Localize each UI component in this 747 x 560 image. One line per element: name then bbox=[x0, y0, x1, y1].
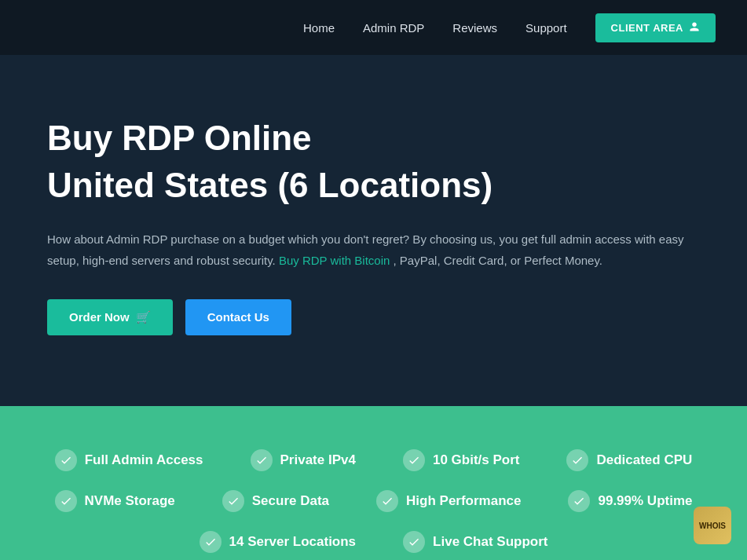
feature-label-server-locations: 14 Server Locations bbox=[229, 534, 357, 550]
contact-us-button[interactable]: Contact Us bbox=[185, 299, 291, 335]
check-icon-9 bbox=[200, 531, 222, 553]
check-icon-4 bbox=[566, 449, 588, 471]
feature-label-high-performance: High Performance bbox=[406, 493, 521, 509]
order-now-button[interactable]: Order Now 🛒 bbox=[47, 299, 173, 335]
feature-label-10gbit: 10 Gbit/s Port bbox=[433, 452, 520, 468]
check-icon-3 bbox=[403, 449, 425, 471]
check-icon-5 bbox=[55, 490, 77, 512]
feature-full-admin-access: Full Admin Access bbox=[55, 449, 203, 471]
features-section: Full Admin Access Private IPv4 10 Gbit/s… bbox=[0, 406, 747, 560]
feature-label-nvme: NVMe Storage bbox=[85, 493, 175, 509]
hero-desc-text2: , PayPal, Credit Card, or Perfect Money. bbox=[394, 254, 603, 267]
feature-label-private-ipv4: Private IPv4 bbox=[280, 452, 356, 468]
client-area-button[interactable]: CLIENT AREA bbox=[595, 13, 716, 42]
hero-title-line2: United States (6 Locations) bbox=[47, 166, 700, 205]
feature-label-secure-data: Secure Data bbox=[252, 493, 329, 509]
hero-section: Buy RDP Online United States (6 Location… bbox=[0, 55, 747, 406]
hero-desc-link[interactable]: Buy RDP with Bitcoin bbox=[279, 254, 390, 267]
whois-label: WHOIS bbox=[699, 522, 726, 530]
nav-link-support[interactable]: Support bbox=[525, 21, 567, 35]
hero-title-line1: Buy RDP Online bbox=[47, 118, 700, 159]
feature-label-live-chat: Live Chat Support bbox=[433, 534, 547, 550]
feature-server-locations: 14 Server Locations bbox=[200, 531, 357, 553]
check-icon-8 bbox=[568, 490, 590, 512]
feature-label-dedicated-cpu: Dedicated CPU bbox=[596, 452, 692, 468]
contact-us-label: Contact Us bbox=[207, 310, 269, 324]
check-icon-2 bbox=[251, 449, 273, 471]
feature-uptime: 99.99% Uptime bbox=[568, 490, 692, 512]
cart-icon: 🛒 bbox=[136, 310, 151, 324]
nav-link-home[interactable]: Home bbox=[303, 21, 335, 35]
user-icon bbox=[689, 21, 700, 35]
check-icon-10 bbox=[403, 531, 425, 553]
check-icon-1 bbox=[55, 449, 77, 471]
feature-dedicated-cpu: Dedicated CPU bbox=[566, 449, 692, 471]
whois-badge[interactable]: WHOIS bbox=[694, 507, 731, 544]
check-icon-7 bbox=[376, 490, 398, 512]
feature-private-ipv4: Private IPv4 bbox=[251, 449, 356, 471]
hero-description: How about Admin RDP purchase on a budget… bbox=[47, 229, 691, 271]
navbar: Home Admin RDP Reviews Support CLIENT AR… bbox=[0, 0, 747, 55]
hero-buttons: Order Now 🛒 Contact Us bbox=[47, 299, 700, 335]
nav-link-reviews[interactable]: Reviews bbox=[452, 21, 497, 35]
feature-label-uptime: 99.99% Uptime bbox=[598, 493, 692, 509]
feature-10gbit-port: 10 Gbit/s Port bbox=[403, 449, 520, 471]
feature-label-full-admin: Full Admin Access bbox=[85, 452, 203, 468]
nav-link-admin-rdp[interactable]: Admin RDP bbox=[363, 21, 424, 35]
check-icon-6 bbox=[222, 490, 244, 512]
feature-live-chat: Live Chat Support bbox=[403, 531, 547, 553]
client-area-label: CLIENT AREA bbox=[611, 22, 683, 34]
features-row-1: Full Admin Access Private IPv4 10 Gbit/s… bbox=[55, 449, 693, 471]
feature-high-performance: High Performance bbox=[376, 490, 521, 512]
feature-nvme-storage: NVMe Storage bbox=[55, 490, 175, 512]
order-now-label: Order Now bbox=[69, 310, 130, 324]
feature-secure-data: Secure Data bbox=[222, 490, 329, 512]
features-row-3: 14 Server Locations Live Chat Support bbox=[200, 531, 548, 553]
features-row-2: NVMe Storage Secure Data High Performanc… bbox=[55, 490, 693, 512]
